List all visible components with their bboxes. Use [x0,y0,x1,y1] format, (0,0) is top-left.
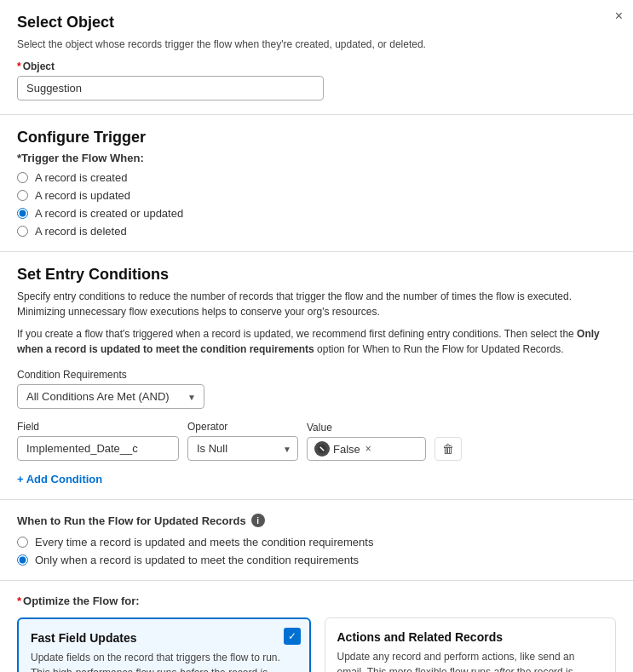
when-to-run-radio-group: Every time a record is updated and meets… [17,536,616,566]
add-condition-button[interactable]: + Add Condition [17,473,102,485]
actions-related-title: Actions and Related Records [337,630,604,644]
trash-icon: 🗑 [442,442,454,456]
value-type-icon [314,441,330,457]
selected-checkmark: ✓ [284,628,301,645]
select-object-desc: Select the object whose records trigger … [17,37,616,52]
entry-desc-1: Specify entry conditions to reduce the n… [17,289,616,319]
conditions-row: Field Operator Is NullIs Not NullEqualsN… [17,421,616,461]
value-column-label: Value [307,422,426,434]
radio-deleted[interactable] [17,226,28,237]
optimize-cards: ✓ Fast Field Updates Update fields on th… [17,617,616,672]
radio-created[interactable] [17,172,28,183]
trigger-flow-when-label: *Trigger the Flow When: [17,152,616,164]
condition-req-select[interactable]: All Conditions Are Met (AND)Any Conditio… [17,384,204,409]
configure-trigger-title: Configure Trigger [17,129,616,146]
select-object-title: Select Object [17,14,616,32]
radio-created-updated[interactable] [17,208,28,219]
when-to-run-label: When to Run the Flow for Updated Records [17,514,246,527]
select-object-section: Select Object Select the object whose re… [0,0,633,115]
field-group: Field [17,421,179,461]
fast-field-title: Fast Field Updates [31,631,297,645]
operator-group: Operator Is NullIs Not NullEqualsNot Equ… [187,421,298,461]
radio-item-updated[interactable]: A record is updated [17,189,616,202]
actions-related-desc: Update any record and perform actions, l… [337,649,604,672]
entry-conditions-title: Set Entry Conditions [17,266,616,284]
when-to-run-section: When to Run the Flow for Updated Records… [0,500,633,581]
object-field-label: *Object [17,60,616,72]
radio-item-every-time[interactable]: Every time a record is updated and meets… [17,536,616,549]
actions-related-card[interactable]: Actions and Related Records Update any r… [325,617,617,672]
value-group: Value False × [307,422,426,461]
field-column-label: Field [17,421,179,433]
optimize-section: *Optimize the Flow for: ✓ Fast Field Upd… [0,581,633,672]
value-container: False × [307,437,426,461]
field-input[interactable] [17,436,179,461]
value-tag: False [333,443,360,456]
radio-every-time[interactable] [17,537,28,548]
entry-desc-2: If you create a flow that's triggered wh… [17,326,616,357]
radio-updated[interactable] [17,190,28,201]
delete-condition-button[interactable]: 🗑 [434,437,462,461]
radio-item-created[interactable]: A record is created [17,171,616,184]
close-button[interactable]: × [615,9,623,24]
condition-req-wrapper[interactable]: All Conditions Are Met (AND)Any Conditio… [17,384,204,409]
operator-column-label: Operator [187,421,298,433]
operator-select[interactable]: Is NullIs Not NullEqualsNot Equals [187,436,298,461]
when-to-run-header: When to Run the Flow for Updated Records… [17,514,616,527]
optimize-label: *Optimize the Flow for: [17,594,616,607]
info-icon[interactable]: i [251,514,265,527]
set-entry-conditions-section: Set Entry Conditions Specify entry condi… [0,252,633,500]
radio-item-created-updated[interactable]: A record is created or updated [17,207,616,220]
trigger-radio-group: A record is created A record is updated … [17,171,616,238]
configure-trigger-section: Configure Trigger *Trigger the Flow When… [0,115,633,252]
radio-item-only-when[interactable]: Only when a record is updated to meet th… [17,554,616,566]
object-input[interactable] [17,76,324,101]
condition-req-label: Condition Requirements [17,369,616,381]
radio-item-deleted[interactable]: A record is deleted [17,225,616,238]
value-remove-button[interactable]: × [365,443,371,455]
radio-only-when[interactable] [17,554,28,566]
fast-field-desc: Update fields on the record that trigger… [31,650,297,672]
fast-field-card[interactable]: ✓ Fast Field Updates Update fields on th… [17,617,311,672]
